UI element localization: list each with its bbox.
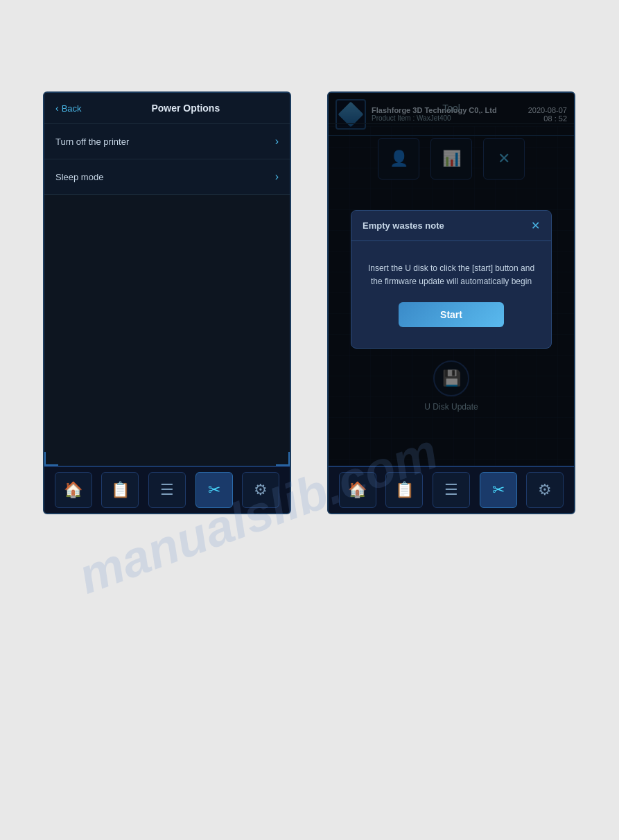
- menu-item-sleep[interactable]: Sleep mode ›: [44, 159, 290, 195]
- modal-body-text: Insert the U disk to click the [start] b…: [368, 263, 534, 286]
- left-nav-tools[interactable]: ✂: [195, 472, 233, 508]
- menu-item-sleep-label: Sleep mode: [55, 172, 275, 182]
- power-options-content: ‹ Back Power Options Turn off the printe…: [44, 93, 290, 466]
- menu-item-turn-off-label: Turn off the printer: [55, 137, 275, 147]
- modal-body: Insert the U disk to click the [start] b…: [351, 241, 551, 348]
- menu-chevron-sleep: ›: [275, 170, 279, 183]
- modal-start-button[interactable]: Start: [399, 302, 504, 327]
- tool-content: Tool 👤 📊 ✕ Empty wastes note ✕ Insert th…: [329, 93, 574, 466]
- right-nav-settings[interactable]: ⚙: [526, 472, 564, 508]
- left-nav-home[interactable]: 🏠: [55, 472, 92, 508]
- right-nav-file[interactable]: 📋: [385, 472, 423, 508]
- back-bar: ‹ Back Power Options: [44, 93, 290, 124]
- page-background: manualslib.com Flashforge 3D Technology …: [0, 0, 619, 840]
- section-title: Power Options: [93, 103, 279, 114]
- modal-close-button[interactable]: ✕: [531, 219, 540, 232]
- menu-item-turn-off[interactable]: Turn off the printer ›: [44, 124, 290, 159]
- left-nav-file[interactable]: 📋: [101, 472, 139, 508]
- menu-chevron-turn-off: ›: [275, 135, 279, 148]
- left-nav-settings[interactable]: ⚙: [242, 472, 279, 508]
- left-nav-bar: 🏠 📋 ☰ ✂ ⚙: [44, 466, 290, 513]
- modal-overlay: Empty wastes note ✕ Insert the U disk to…: [329, 93, 574, 466]
- right-nav-tools[interactable]: ✂: [480, 472, 517, 508]
- back-label: Back: [62, 103, 82, 114]
- modal-box: Empty wastes note ✕ Insert the U disk to…: [351, 210, 552, 349]
- back-chevron-icon: ‹: [55, 103, 59, 114]
- right-nav-home[interactable]: 🏠: [339, 472, 376, 508]
- modal-title: Empty wastes note: [363, 220, 444, 231]
- left-screen: Flashforge 3D Technology C0,. Ltd Produc…: [43, 91, 291, 514]
- right-screen: Flashforge 3D Technology C0,. Ltd Produc…: [327, 91, 575, 514]
- back-button[interactable]: ‹ Back: [55, 103, 82, 114]
- right-nav-bar: 🏠 📋 ☰ ✂ ⚙: [329, 466, 574, 513]
- modal-header: Empty wastes note ✕: [351, 211, 551, 241]
- right-nav-list[interactable]: ☰: [433, 472, 470, 508]
- left-nav-list[interactable]: ☰: [148, 472, 186, 508]
